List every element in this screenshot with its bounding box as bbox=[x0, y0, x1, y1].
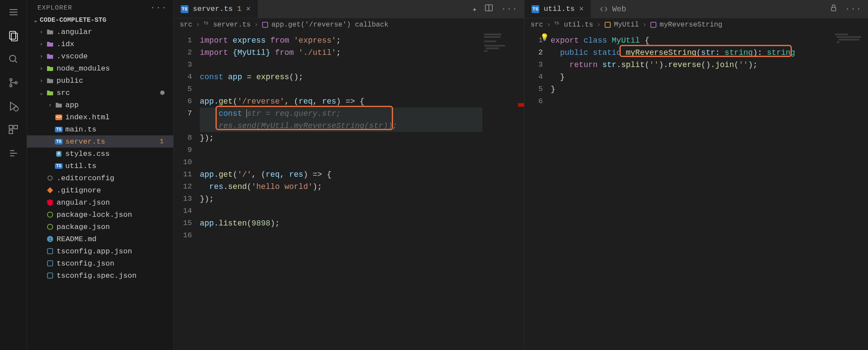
chevron-right-icon: › bbox=[37, 77, 45, 84]
tree-item-package-json[interactable]: package.json bbox=[27, 221, 173, 233]
tab-web[interactable]: Web bbox=[591, 0, 635, 18]
explorer-icon[interactable] bbox=[7, 29, 20, 43]
close-icon[interactable]: × bbox=[579, 5, 584, 13]
sparkle-icon[interactable]: ✦ bbox=[472, 4, 477, 14]
line-number: 3 bbox=[525, 59, 543, 71]
run-debug-icon[interactable] bbox=[7, 99, 20, 113]
extensions-icon[interactable] bbox=[7, 123, 20, 137]
svg-point-4 bbox=[10, 85, 12, 87]
tree-item-node-modules[interactable]: ›node_modules bbox=[27, 62, 173, 74]
activity-bar bbox=[0, 0, 27, 350]
breadcrumbs-left[interactable]: src › TSserver.ts › app.get('/reverse') … bbox=[174, 18, 524, 32]
code-content[interactable]: import express from 'express'; import {M… bbox=[200, 32, 482, 350]
lightbulb-icon[interactable]: 💡 bbox=[540, 33, 549, 42]
line-number: 5 bbox=[174, 83, 192, 95]
svg-rect-0 bbox=[10, 31, 16, 39]
tree-item-tsconfig-json[interactable]: tsconfig.json bbox=[27, 257, 173, 269]
tree-item-label: tsconfig.json bbox=[57, 259, 169, 268]
breadcrumb-item: app.get('/reverse') callback bbox=[262, 21, 388, 29]
svg-rect-16 bbox=[47, 261, 53, 266]
tree-item-util-ts[interactable]: TSutil.ts bbox=[27, 160, 173, 172]
more-icon[interactable]: ··· bbox=[501, 5, 518, 13]
svg-rect-15 bbox=[47, 249, 53, 254]
lock-icon[interactable] bbox=[830, 4, 838, 14]
search-icon[interactable] bbox=[7, 52, 20, 66]
folder-icon bbox=[45, 40, 55, 48]
code-editor-left[interactable]: 1234567 8910111213141516 import express … bbox=[174, 32, 524, 350]
line-number: 10 bbox=[174, 156, 192, 168]
breadcrumb-item: src bbox=[531, 21, 543, 29]
close-icon[interactable]: × bbox=[246, 5, 251, 13]
tree-item-tsconfig-app-json[interactable]: tsconfig.app.json bbox=[27, 245, 173, 257]
explorer-sidebar: EXPLORER ··· ⌄ CODE-COMPLETE-STG ›.angul… bbox=[27, 0, 173, 350]
menu-icon[interactable] bbox=[7, 5, 20, 19]
tree-item-styles-css[interactable]: #styles.css bbox=[27, 148, 173, 160]
tree-item-public[interactable]: ›public bbox=[27, 74, 173, 87]
ts-file-icon: TS bbox=[203, 21, 210, 28]
tree-item-label: styles.css bbox=[65, 150, 169, 158]
svg-point-5 bbox=[15, 82, 17, 84]
line-gutter: 123456 bbox=[525, 32, 551, 350]
chevron-right-icon: › bbox=[46, 102, 54, 108]
breadcrumb-item: MyUtil bbox=[604, 21, 639, 29]
tree-item-tsconfig-spec-json[interactable]: tsconfig.spec.json bbox=[27, 269, 173, 282]
root-folder[interactable]: ⌄ CODE-COMPLETE-STG bbox=[27, 15, 173, 26]
tree-item--gitignore[interactable]: .gitignore bbox=[27, 184, 173, 196]
folder-icon bbox=[45, 28, 55, 36]
ts-icon: TS bbox=[54, 127, 64, 132]
tree-item--vscode[interactable]: ›.vscode bbox=[27, 50, 173, 62]
breadcrumbs-right[interactable]: src › TSutil.ts › MyUtil › myReverseStri… bbox=[525, 18, 868, 32]
folder-icon bbox=[54, 101, 64, 109]
ts-icon: TS bbox=[54, 163, 64, 169]
line-number: 3 bbox=[174, 59, 192, 71]
tree-item-package-lock-json[interactable]: package-lock.json bbox=[27, 209, 173, 221]
editor-group-left: TS server.ts 1 × ✦ ··· src › TSserver.ts… bbox=[173, 0, 524, 350]
svg-rect-11 bbox=[47, 212, 53, 217]
line-number: 7 bbox=[174, 108, 192, 120]
tree-item-src[interactable]: ⌄src bbox=[27, 87, 173, 99]
tsconfig-icon bbox=[45, 260, 55, 267]
breadcrumb-item: TSutil.ts bbox=[554, 21, 593, 29]
class-icon bbox=[604, 21, 611, 28]
git-icon bbox=[45, 187, 55, 194]
css-icon: # bbox=[54, 151, 64, 157]
split-editor-icon[interactable] bbox=[484, 3, 493, 14]
error-marker bbox=[518, 103, 524, 107]
tree-item--idx[interactable]: ›.idx bbox=[27, 38, 173, 50]
tree-item--editorconfig[interactable]: .editorconfig bbox=[27, 172, 173, 184]
tree-item-readme-md[interactable]: iREADME.md bbox=[27, 233, 173, 245]
source-control-icon[interactable] bbox=[7, 76, 20, 90]
minimap[interactable] bbox=[833, 32, 868, 350]
svg-rect-17 bbox=[47, 273, 53, 278]
overview-ruler[interactable] bbox=[517, 32, 524, 350]
code-editor-right[interactable]: 123456 💡 export class MyUtil { public st… bbox=[525, 32, 868, 350]
svg-point-3 bbox=[10, 79, 12, 81]
line-number: 9 bbox=[174, 144, 192, 156]
svg-rect-22 bbox=[651, 22, 656, 27]
tree-item-label: .idx bbox=[57, 40, 169, 48]
tab-util-ts[interactable]: TS util.ts × bbox=[525, 0, 591, 18]
line-number: 13 bbox=[174, 193, 192, 205]
chevron-down-icon: ⌄ bbox=[34, 17, 37, 24]
folder-icon bbox=[45, 64, 55, 72]
tree-item--angular[interactable]: ›.angular bbox=[27, 26, 173, 38]
svg-rect-1 bbox=[11, 33, 17, 41]
tree-item-index-html[interactable]: <>index.html bbox=[27, 111, 173, 123]
indent-icon[interactable] bbox=[7, 146, 20, 160]
tree-item-angular-json[interactable]: angular.json bbox=[27, 196, 173, 209]
code-content[interactable]: 💡 export class MyUtil { public static my… bbox=[551, 32, 833, 350]
tab-server-ts[interactable]: TS server.ts 1 × bbox=[174, 0, 258, 18]
tree-item-app[interactable]: ›app bbox=[27, 99, 173, 111]
ts-file-icon: TS bbox=[554, 21, 561, 28]
line-number: 4 bbox=[174, 71, 192, 83]
explorer-more-icon[interactable]: ··· bbox=[151, 3, 167, 12]
breadcrumb-item: myReverseString bbox=[650, 21, 722, 29]
more-icon[interactable]: ··· bbox=[845, 5, 862, 13]
line-number: 4 bbox=[525, 71, 543, 83]
svg-point-2 bbox=[10, 55, 16, 61]
tree-item-server-ts[interactable]: TSserver.ts1 bbox=[27, 135, 173, 148]
tree-item-label: package-lock.json bbox=[57, 211, 169, 219]
tree-item-main-ts[interactable]: TSmain.ts bbox=[27, 123, 173, 135]
line-number: 16 bbox=[174, 229, 192, 242]
minimap[interactable] bbox=[482, 32, 517, 350]
